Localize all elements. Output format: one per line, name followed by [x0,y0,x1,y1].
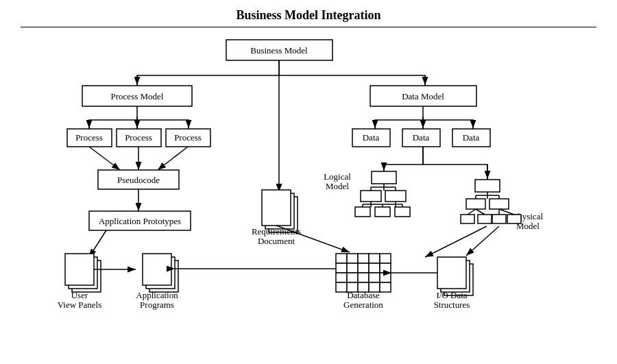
data-to-logical-line [384,147,423,171]
dbgen-line1: Database [347,290,380,300]
diagram-svg: Business Model Process Model Data Model … [0,27,617,364]
io-line1: I/O Data [436,290,467,300]
lm-bot-right [395,207,410,217]
pm2-mid-left [466,199,485,209]
lm-bot-left [355,207,370,217]
svg-rect-17 [336,282,347,292]
lm-top [372,171,396,184]
app-prototypes-label: Application Prototypes [99,216,181,226]
pm2-bot2 [478,215,492,223]
page-title: Business Model Integration [0,0,617,27]
data1-label: Data [363,132,380,143]
aprog-line1: Application [136,290,178,300]
data-to-physical-line [423,147,487,180]
pseudocode-label: Pseudocode [117,175,160,185]
database-generation-grid [336,254,391,292]
svg-rect-11 [380,263,391,273]
lm-mid-right [385,191,406,202]
svg-rect-10 [369,263,380,273]
svg-rect-7 [336,263,347,273]
arrow-pm-to-dbgen [425,226,487,257]
svg-rect-21 [380,282,391,292]
arrow-pm-to-io [466,226,499,256]
data3-label: Data [463,132,480,143]
io-page1 [437,257,466,289]
io-line2: Structures [434,300,470,310]
dm-to-d1-line [375,106,423,129]
process3-label: Process [174,132,202,143]
pm2-mid-right [489,199,509,209]
uvp-line1: User [71,290,88,300]
svg-rect-6 [380,254,391,263]
arrow-p3-to-pseudo [158,147,188,170]
reqdoc-page1 [262,190,291,226]
aprog-line2: Programs [140,300,174,310]
pm2-bot4 [507,215,521,223]
pm2-bot3 [492,215,506,223]
diagram-container: Business Model Integration Business Mode… [0,0,617,364]
pm2-line5 [468,209,476,215]
pm-to-p3-line [137,120,189,129]
uvp-page1 [65,254,94,285]
svg-rect-3 [347,254,358,263]
svg-rect-2 [336,254,347,263]
process-model-label: Process Model [111,91,164,101]
dbgen-line2: Generation [343,300,383,310]
svg-rect-15 [369,273,380,282]
logical-model-line1: Logical [324,171,351,182]
svg-rect-13 [347,273,358,282]
pm-to-p1-line [89,106,137,129]
svg-rect-9 [358,263,369,273]
data2-label: Data [413,132,430,143]
pm2-line6 [476,209,485,215]
data-model-label: Data Model [402,91,444,101]
svg-rect-8 [347,263,358,273]
arrow-ap-to-uvp [89,230,106,257]
reqdoc-line2: Document [258,236,295,246]
process2-label: Process [125,132,152,143]
svg-rect-5 [369,254,380,263]
process1-label: Process [75,132,103,143]
svg-rect-12 [336,273,347,282]
svg-rect-14 [358,273,369,282]
bm-to-pm-line [137,60,279,86]
business-model-label: Business Model [250,45,308,56]
lm-bot-mid [375,207,390,217]
lm-mid-left [361,191,381,202]
dm-to-d3-line [423,120,473,129]
pm2-bot1 [461,215,474,223]
pm2-top [475,180,500,192]
svg-rect-4 [358,254,369,263]
pm2-line8 [499,209,514,215]
uvp-line2: View Panels [58,300,102,310]
aprog-page1 [143,254,171,285]
svg-rect-16 [380,273,391,282]
logical-model-line2: Model [326,181,349,191]
bm-to-dm-line [279,75,425,86]
arrow-p1-to-pseudo [89,147,120,170]
